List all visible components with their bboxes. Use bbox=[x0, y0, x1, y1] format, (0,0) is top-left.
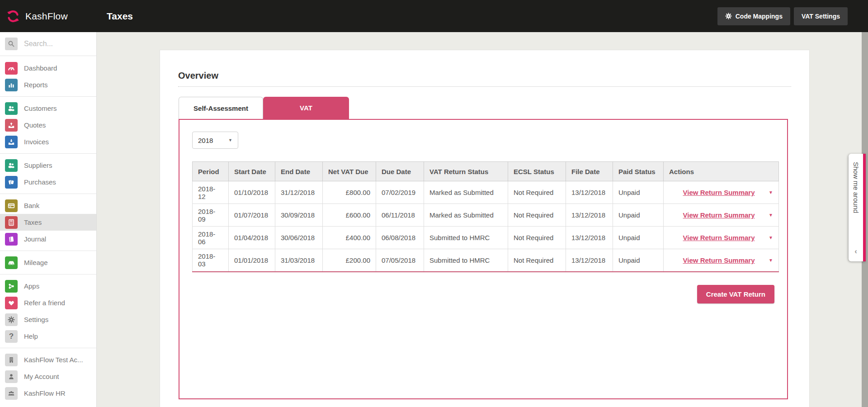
column-header-ecsl-status: ECSL Status bbox=[508, 162, 566, 181]
sidebar-item-help[interactable]: ? Help bbox=[0, 328, 96, 345]
cell-net-vat-due: £200.00 bbox=[323, 249, 376, 272]
view-return-summary-link[interactable]: View Return Summary bbox=[683, 189, 755, 196]
show-me-around-label: Show me around bbox=[852, 162, 860, 213]
cell-net-vat-due: £600.00 bbox=[323, 204, 376, 227]
cell-file-date: 13/12/2018 bbox=[566, 181, 613, 204]
cell-paid-status: Unpaid bbox=[613, 249, 664, 272]
sidebar-item-purchases[interactable]: Purchases bbox=[0, 174, 96, 190]
year-dropdown[interactable]: 2018 ▼ bbox=[192, 132, 238, 149]
gear-icon bbox=[725, 13, 732, 19]
show-me-around-tab[interactable]: Show me around ‹ bbox=[849, 154, 866, 261]
sidebar-item-label: Purchases bbox=[24, 178, 56, 186]
sidebar-divider bbox=[0, 251, 96, 251]
column-header-vat-return-status: VAT Return Status bbox=[424, 162, 508, 181]
code-mappings-button[interactable]: Code Mappings bbox=[717, 7, 790, 25]
cell-start-date: 01/07/2018 bbox=[229, 204, 275, 227]
sidebar-item-bank[interactable]: Bank bbox=[0, 197, 96, 214]
tab-label: VAT bbox=[300, 104, 312, 112]
section-divider bbox=[178, 86, 791, 87]
table-row: 2018-12 01/10/2018 31/12/2018 £800.00 07… bbox=[193, 181, 779, 204]
cell-due-date: 06/08/2018 bbox=[376, 227, 424, 249]
code-mappings-label: Code Mappings bbox=[736, 13, 783, 20]
cell-vat-return-status: Submitted to HMRC bbox=[424, 227, 508, 249]
sidebar-divider bbox=[0, 194, 96, 194]
vat-panel: 2018 ▼ Period Start Date End Date Net VA… bbox=[179, 119, 788, 399]
sidebar-item-taxes[interactable]: Taxes bbox=[0, 214, 96, 231]
cell-file-date: 13/12/2018 bbox=[566, 227, 613, 249]
company-icon bbox=[5, 354, 18, 366]
sidebar-divider bbox=[0, 96, 96, 97]
cell-file-date: 13/12/2018 bbox=[566, 249, 613, 272]
chevron-down-icon[interactable]: ▼ bbox=[769, 235, 773, 240]
sidebar-item-label: My Account bbox=[24, 373, 59, 380]
column-header-period: Period bbox=[193, 162, 229, 181]
cell-due-date: 07/02/2019 bbox=[376, 181, 424, 204]
cell-actions: View Return Summary ▼ bbox=[664, 249, 779, 272]
search-input[interactable] bbox=[24, 40, 87, 48]
column-header-due-date: Due Date bbox=[376, 162, 424, 181]
cell-actions: View Return Summary ▼ bbox=[664, 181, 779, 204]
sidebar-item-label: KashFlow HR bbox=[24, 389, 66, 397]
view-return-summary-link[interactable]: View Return Summary bbox=[683, 211, 755, 219]
view-return-summary-link[interactable]: View Return Summary bbox=[683, 234, 755, 241]
dashboard-icon bbox=[5, 62, 18, 75]
cell-net-vat-due: £400.00 bbox=[323, 227, 376, 249]
cell-end-date: 31/03/2018 bbox=[275, 249, 323, 272]
sidebar-item-reports[interactable]: Reports bbox=[0, 76, 96, 93]
sidebar-search bbox=[0, 32, 96, 56]
sidebar-item-settings[interactable]: Settings bbox=[0, 311, 96, 328]
sidebar-item-customers[interactable]: Customers bbox=[0, 100, 96, 117]
sidebar-item-journal[interactable]: Journal bbox=[0, 231, 96, 247]
create-vat-return-button[interactable]: Create VAT Return bbox=[697, 285, 774, 303]
cell-ecsl-status: Not Required bbox=[508, 204, 566, 227]
sidebar-item-label: Reports bbox=[24, 81, 48, 89]
sidebar-item-quotes[interactable]: Quotes bbox=[0, 117, 96, 133]
cell-end-date: 31/12/2018 bbox=[275, 181, 323, 204]
sidebar-divider bbox=[0, 153, 96, 154]
invoices-icon bbox=[5, 136, 18, 148]
sidebar-item-suppliers[interactable]: Suppliers bbox=[0, 157, 96, 174]
sidebar-item-kashflow-test-account[interactable]: KashFlow Test Ac... bbox=[0, 351, 96, 368]
cell-file-date: 13/12/2018 bbox=[566, 204, 613, 227]
sidebar-item-label: Dashboard bbox=[24, 64, 57, 72]
chevron-down-icon[interactable]: ▼ bbox=[769, 213, 773, 218]
sidebar-item-invoices[interactable]: Invoices bbox=[0, 133, 96, 150]
sidebar-item-apps[interactable]: Apps bbox=[0, 278, 96, 294]
sidebar-item-label: Taxes bbox=[24, 218, 42, 226]
sidebar-divider bbox=[0, 348, 96, 348]
chevron-down-icon[interactable]: ▼ bbox=[769, 258, 773, 263]
table-header-row: Period Start Date End Date Net VAT Due D… bbox=[193, 162, 779, 181]
chevron-down-icon[interactable]: ▼ bbox=[769, 190, 773, 195]
quotes-icon bbox=[5, 119, 18, 132]
sidebar-item-dashboard[interactable]: Dashboard bbox=[0, 60, 96, 76]
cell-end-date: 30/06/2018 bbox=[275, 227, 323, 249]
content-card: Overview Self-Assessment VAT 2018 ▼ bbox=[160, 50, 810, 407]
cell-period: 2018-12 bbox=[193, 181, 229, 204]
column-header-start-date: Start Date bbox=[229, 162, 275, 181]
sidebar-item-label: Help bbox=[24, 332, 38, 340]
tab-self-assessment[interactable]: Self-Assessment bbox=[179, 97, 263, 119]
cell-start-date: 01/04/2018 bbox=[229, 227, 275, 249]
sidebar-item-refer-a-friend[interactable]: Refer a friend bbox=[0, 294, 96, 311]
column-header-actions: Actions bbox=[664, 162, 779, 181]
cell-ecsl-status: Not Required bbox=[508, 249, 566, 272]
chevron-left-icon: ‹ bbox=[854, 247, 857, 256]
main-content-area: Overview Self-Assessment VAT 2018 ▼ bbox=[97, 32, 868, 407]
table-row: 2018-06 01/04/2018 30/06/2018 £400.00 06… bbox=[193, 227, 779, 249]
sidebar-item-mileage[interactable]: Mileage bbox=[0, 254, 96, 271]
view-return-summary-link[interactable]: View Return Summary bbox=[683, 256, 755, 264]
column-header-net-vat-due: Net VAT Due bbox=[323, 162, 376, 181]
sidebar-item-kashflow-hr[interactable]: KashFlow HR bbox=[0, 385, 96, 402]
sidebar-item-label: Journal bbox=[24, 235, 46, 243]
vat-settings-button[interactable]: VAT Settings bbox=[794, 7, 848, 25]
taxes-icon bbox=[5, 216, 18, 229]
sidebar-item-my-account[interactable]: My Account bbox=[0, 368, 96, 385]
heart-icon bbox=[5, 297, 18, 309]
tab-vat[interactable]: VAT bbox=[263, 97, 349, 119]
page-title: Taxes bbox=[107, 11, 133, 22]
section-title: Overview bbox=[178, 71, 791, 81]
sidebar-item-label: Mileage bbox=[24, 259, 48, 266]
column-header-file-date: File Date bbox=[566, 162, 613, 181]
cell-vat-return-status: Submitted to HMRC bbox=[424, 249, 508, 272]
team-icon bbox=[5, 387, 18, 400]
